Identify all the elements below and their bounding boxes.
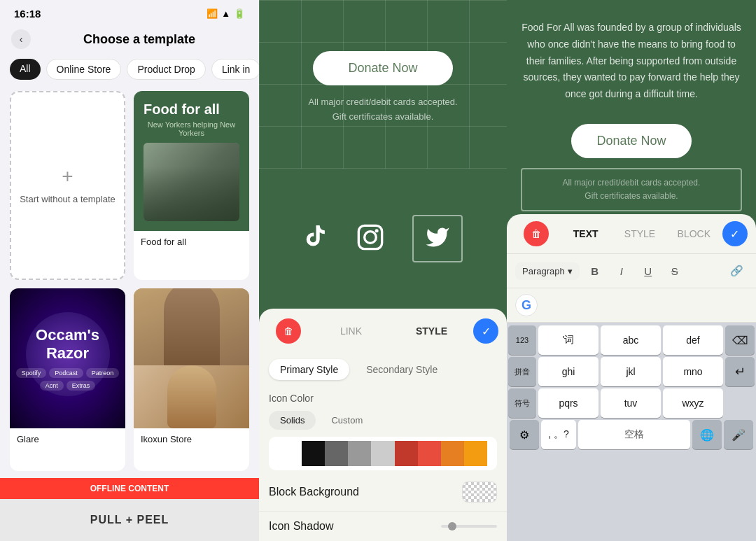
color-swatches-row <box>269 437 497 470</box>
block-bg-label: Block Background <box>269 486 359 498</box>
secondary-style-tab[interactable]: Secondary Style <box>355 359 449 380</box>
template-card-food-for-all[interactable]: Food for all New Yorkers helping New Yor… <box>134 91 249 280</box>
filter-tab-product-drop[interactable]: Product Drop <box>127 59 205 80</box>
tab-link[interactable]: LINK <box>312 316 390 346</box>
kb-key-abc[interactable]: abc <box>601 325 661 355</box>
formatting-row: Paragraph ▾ B I U S 🔗 <box>507 254 756 288</box>
selected-text-box: All major credit/debit cards accepted.Gi… <box>521 168 742 211</box>
right-top-text: Food For All was founded by a group of i… <box>507 0 756 117</box>
primary-style-tab[interactable]: Primary Style <box>269 359 349 380</box>
kb-key-punctuation[interactable]: , 。? <box>541 420 576 449</box>
primary-secondary-tabs: Primary Style Secondary Style <box>259 353 507 386</box>
start-without-template[interactable]: + Start without a template <box>10 91 125 280</box>
confirm-button[interactable]: ✓ <box>473 318 498 344</box>
swatch-black[interactable] <box>302 441 325 466</box>
custom-button[interactable]: Custom <box>320 411 374 430</box>
page-title: Choose a template <box>31 32 248 47</box>
filter-tabs: All Online Store Product Drop Link in <box>0 55 259 84</box>
kb-key-wxyz[interactable]: wxyz <box>663 388 723 418</box>
kb-row-1: 123 '词 abc def ⌫ <box>508 325 755 355</box>
swatch-red[interactable] <box>418 441 441 466</box>
paragraph-select[interactable]: Paragraph ▾ <box>515 262 580 280</box>
text-delete-button[interactable]: 🗑 <box>524 221 549 246</box>
paragraph-label: Paragraph <box>522 266 565 276</box>
instagram-icon[interactable] <box>356 223 384 254</box>
ikoxun-card-label: Ikoxun Store <box>134 428 249 450</box>
bold-button[interactable]: B <box>584 260 606 282</box>
template-card-ikoxun[interactable]: ♡ Ikoxun Store <box>134 288 249 471</box>
filter-tab-link-in[interactable]: Link in <box>211 59 259 80</box>
kb-key-def[interactable]: def <box>663 325 723 355</box>
kb-key-mno[interactable]: mno <box>663 357 723 386</box>
italic-button[interactable]: I <box>610 260 633 282</box>
text-editor-panel: 🗑 TEXT STYLE BLOCK ✓ Paragraph ▾ B I U S… <box>507 214 756 541</box>
google-icon: G <box>515 294 538 316</box>
glare-title: Occam'sRazor <box>36 326 99 363</box>
kb-delete-key[interactable]: ⌫ <box>725 325 755 355</box>
underline-button[interactable]: U <box>637 260 659 282</box>
kb-key-pinyin[interactable]: 拼音 <box>508 357 536 386</box>
glare-tags: Spotify Podcast Patreon Acnt Extras <box>10 368 125 391</box>
chevron-down-icon: ▾ <box>568 266 573 276</box>
strikethrough-button[interactable]: S <box>664 260 686 282</box>
swatch-dark-gray[interactable] <box>325 441 348 466</box>
solids-button[interactable]: Solids <box>269 411 316 430</box>
style-panel: 🗑 LINK STYLE ✓ Primary Style Secondary S… <box>259 309 507 541</box>
kb-key-123[interactable]: 123 <box>508 325 536 355</box>
delete-button[interactable]: 🗑 <box>276 318 301 344</box>
filter-tab-online-store[interactable]: Online Store <box>46 59 122 80</box>
icon-shadow-label: Icon Shadow <box>269 520 334 533</box>
tab-block[interactable]: BLOCK <box>668 228 720 239</box>
status-time: 16:18 <box>14 8 41 20</box>
link-button[interactable]: 🔗 <box>725 260 748 282</box>
tab-text[interactable]: TEXT <box>560 228 611 239</box>
tab-style-right[interactable]: STYLE <box>614 228 665 239</box>
food-card-title: Food for all <box>144 101 239 118</box>
kb-key-ghi[interactable]: ghi <box>538 357 598 386</box>
offline-label: OFFLINE CONTENT <box>10 484 249 493</box>
kb-key-tuv[interactable]: tuv <box>601 388 661 418</box>
swatch-light-gray[interactable] <box>371 441 394 466</box>
tab-row: 🗑 LINK STYLE ✓ <box>259 309 507 353</box>
twitter-icon-box[interactable] <box>412 215 463 262</box>
kb-key-fuao[interactable]: 符号 <box>508 388 536 418</box>
header-bar: ‹ Choose a template <box>0 24 259 55</box>
template-card-glare[interactable]: Occam'sRazor Spotify Podcast Patreon Acn… <box>10 288 125 471</box>
kb-mic-key[interactable]: 🎤 <box>724 420 753 449</box>
kb-key-ci[interactable]: '词 <box>538 325 598 355</box>
donate-now-button-top[interactable]: Donate Now <box>313 51 453 85</box>
status-bar: 16:18 📶 ▲ 🔋 <box>0 0 259 24</box>
swatch-orange[interactable] <box>441 441 464 466</box>
svg-point-2 <box>375 229 379 232</box>
donate-now-button-right[interactable]: Donate Now <box>571 124 691 158</box>
svg-rect-0 <box>358 225 382 248</box>
tiktok-icon[interactable] <box>303 223 328 255</box>
panel-right-editor: Food For All was founded by a group of i… <box>507 0 756 541</box>
ikoxun-card-image: ♡ <box>134 288 249 428</box>
block-bg-toggle[interactable] <box>462 482 497 503</box>
confirm-button-right[interactable]: ✓ <box>722 221 748 246</box>
template-grid: + Start without a template Food for all … <box>0 84 259 478</box>
kb-space-key[interactable]: 空格 <box>578 420 690 449</box>
swatch-mid-gray[interactable] <box>348 441 371 466</box>
kb-settings-key[interactable]: ⚙ <box>510 420 539 449</box>
panel-template-chooser: 16:18 📶 ▲ 🔋 ‹ Choose a template All Onli… <box>0 0 259 541</box>
pull-peel-label: PULL + PEEL <box>90 514 169 526</box>
swatch-amber[interactable] <box>464 441 487 466</box>
pull-peel-area: PULL + PEEL <box>0 499 259 541</box>
kb-key-pqrs[interactable]: pqrs <box>538 388 598 418</box>
kb-key-jkl[interactable]: jkl <box>601 357 661 386</box>
battery-icon: 🔋 <box>234 8 245 19</box>
swatch-dark-red[interactable] <box>395 441 418 466</box>
back-button[interactable]: ‹ <box>11 29 31 49</box>
keyboard: 123 '词 abc def ⌫ 拼音 ghi jkl mno ↵ 符号 pqr… <box>507 323 756 541</box>
kb-row-4: ⚙ , 。? 空格 🌐 🎤 <box>508 420 755 449</box>
swatch-white[interactable] <box>279 441 302 466</box>
tab-style[interactable]: STYLE <box>393 316 470 346</box>
kb-return-key[interactable]: ↵ <box>725 357 755 386</box>
plus-icon: + <box>62 165 73 188</box>
filter-tab-all[interactable]: All <box>10 59 41 80</box>
solids-custom-row: Solids Custom <box>259 407 507 434</box>
kb-globe-key[interactable]: 🌐 <box>692 420 722 449</box>
food-card-photo <box>144 143 239 221</box>
